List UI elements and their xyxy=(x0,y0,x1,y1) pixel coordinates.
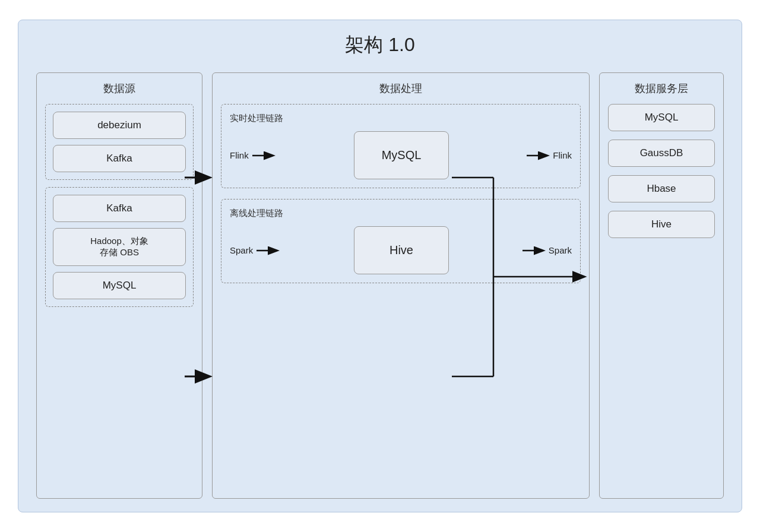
realtime-arrow-in-icon xyxy=(251,147,277,164)
main-container: 架构 1.0 数据源 debezium Kafka Kafka Hadoop、对… xyxy=(18,20,742,512)
comp-debezium: debezium xyxy=(53,112,186,139)
offline-label: 离线处理链路 xyxy=(230,208,572,219)
dataservice-items: MySQL GaussDB Hbase Hive xyxy=(608,104,715,238)
offline-arrow-out-label: Spark xyxy=(549,245,572,255)
offline-arrow-out-icon xyxy=(521,242,547,259)
offline-arrow-in-label: Spark xyxy=(230,245,253,255)
datasource-column: 数据源 debezium Kafka Kafka Hadoop、对象 存储 OB… xyxy=(36,72,202,499)
datasource-group1: debezium Kafka xyxy=(45,104,194,180)
dataproc-column: 数据处理 实时处理链路 Flink MySQL xyxy=(212,72,590,499)
comp-kafka-1: Kafka xyxy=(53,145,186,172)
svc-gaussdb: GaussDB xyxy=(608,140,715,167)
realtime-label: 实时处理链路 xyxy=(230,113,572,124)
comp-kafka-2: Kafka xyxy=(53,195,186,222)
comp-hadoop: Hadoop、对象 存储 OBS xyxy=(53,228,186,266)
realtime-arrow-out-label: Flink xyxy=(553,150,572,160)
datasource-group2: Kafka Hadoop、对象 存储 OBS MySQL xyxy=(45,187,194,307)
datasource-label: 数据源 xyxy=(45,81,194,96)
realtime-arrow-in-label: Flink xyxy=(230,150,249,160)
dataservice-label: 数据服务层 xyxy=(608,81,715,96)
columns-layout: 数据源 debezium Kafka Kafka Hadoop、对象 存储 OB… xyxy=(36,72,724,499)
dataservice-column: 数据服务层 MySQL GaussDB Hbase Hive xyxy=(599,72,724,499)
realtime-arrow-out-icon xyxy=(525,147,552,164)
realtime-section: 实时处理链路 Flink MySQL xyxy=(221,104,581,188)
page-title: 架构 1.0 xyxy=(36,32,724,58)
comp-hive-proc: Hive xyxy=(354,226,449,274)
comp-mysql-src: MySQL xyxy=(53,272,186,299)
comp-mysql-proc: MySQL xyxy=(354,131,449,179)
offline-arrow-in-icon xyxy=(255,242,281,259)
dataproc-label: 数据处理 xyxy=(221,81,581,96)
svc-hive: Hive xyxy=(608,211,715,238)
offline-section: 离线处理链路 Spark Hive xyxy=(221,199,581,283)
svc-mysql: MySQL xyxy=(608,104,715,131)
svc-hbase: Hbase xyxy=(608,175,715,202)
